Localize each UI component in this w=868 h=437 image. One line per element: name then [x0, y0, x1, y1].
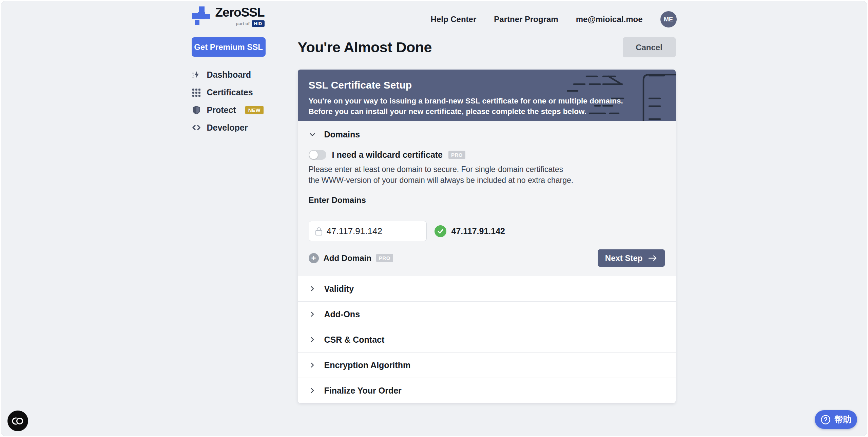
- sidebar-item-developer[interactable]: Developer: [192, 119, 266, 136]
- lock-icon: [315, 227, 323, 236]
- co-extension-button[interactable]: [7, 411, 28, 431]
- add-domain-label: Add Domain: [324, 253, 371, 263]
- section-add-ons[interactable]: Add-Ons: [298, 301, 676, 327]
- domains-description-line1: Please enter at least one domain to secu…: [309, 164, 665, 175]
- zerossl-logo-icon: [192, 6, 211, 26]
- shield-icon: [192, 105, 201, 115]
- sidebar-item-label: Dashboard: [207, 70, 251, 80]
- lightning-icon: [192, 70, 201, 79]
- section-validity[interactable]: Validity: [298, 276, 676, 301]
- panel-subtitle-line1: You're on your way to issuing a brand-ne…: [309, 96, 665, 106]
- next-step-label: Next Step: [605, 253, 643, 263]
- top-nav: Help Center Partner Program me@mioical.m…: [431, 11, 677, 27]
- sidebar-item-protect[interactable]: Protect NEW: [192, 101, 266, 119]
- chevron-right-icon: [309, 387, 316, 394]
- hid-badge: HID: [252, 20, 265, 27]
- domain-input[interactable]: [309, 221, 427, 241]
- next-step-button[interactable]: Next Step: [598, 249, 665, 267]
- nav-partner-program[interactable]: Partner Program: [494, 15, 558, 24]
- panel-header: SSL Certificate Setup You're on your way…: [298, 70, 676, 121]
- chevron-right-icon: [309, 361, 316, 369]
- sidebar-item-label: Developer: [207, 123, 248, 133]
- sidebar: Get Premium SSL Dashboard: [192, 37, 266, 403]
- section-csr-contact[interactable]: CSR & Contact: [298, 327, 676, 352]
- brand-tagline: part of: [236, 21, 249, 26]
- divider: [309, 211, 665, 211]
- section-encryption-algorithm[interactable]: Encryption Algorithm: [298, 352, 676, 378]
- chevron-right-icon: [309, 310, 316, 318]
- sidebar-item-dashboard[interactable]: Dashboard: [192, 66, 266, 83]
- section-finalize-order[interactable]: Finalize Your Order: [298, 378, 676, 403]
- grid-icon: [192, 88, 201, 97]
- zerossl-logo[interactable]: ZeroSSL part of HID: [192, 5, 265, 27]
- main-content: You're Almost Done Cancel SSL Certificat…: [298, 37, 676, 403]
- co-toggle-icon: [12, 417, 24, 425]
- panel-subtitle-line2: Before you can install your new certific…: [309, 106, 665, 117]
- arrow-right-icon: [648, 255, 657, 262]
- panel-title: SSL Certificate Setup: [309, 79, 665, 91]
- avatar[interactable]: ME: [660, 11, 677, 27]
- question-mark-icon: [821, 415, 831, 425]
- sidebar-item-label: Protect: [207, 105, 236, 115]
- cancel-button[interactable]: Cancel: [623, 37, 676, 57]
- nav-account-email[interactable]: me@mioical.moe: [576, 15, 643, 24]
- top-bar: ZeroSSL part of HID Help Center Partner …: [192, 1, 677, 34]
- pro-badge: PRO: [448, 151, 465, 159]
- domains-title: Domains: [324, 130, 360, 139]
- add-domain-button[interactable]: + Add Domain PRO: [309, 253, 393, 263]
- brand-name: ZeroSSL: [215, 5, 265, 20]
- wildcard-toggle[interactable]: [309, 150, 326, 160]
- pro-badge: PRO: [376, 254, 393, 262]
- domains-section-header[interactable]: Domains: [309, 130, 665, 139]
- sidebar-item-certificates[interactable]: Certificates: [192, 83, 266, 101]
- check-icon: [435, 225, 446, 237]
- domains-description-line2: the WWW-version of your domain will alwa…: [309, 175, 665, 186]
- wildcard-toggle-label: I need a wildcard certificate: [332, 150, 443, 160]
- app-window: ZeroSSL part of HID Help Center Partner …: [1, 1, 867, 436]
- new-badge: NEW: [245, 106, 264, 114]
- get-premium-ssl-button[interactable]: Get Premium SSL: [192, 37, 266, 57]
- nav-help-center[interactable]: Help Center: [431, 15, 477, 24]
- chevron-right-icon: [309, 285, 316, 292]
- code-icon: [192, 123, 201, 132]
- help-button[interactable]: 帮助: [815, 410, 857, 429]
- ssl-setup-panel: SSL Certificate Setup You're on your way…: [298, 70, 676, 403]
- page-title: You're Almost Done: [298, 39, 432, 56]
- enter-domains-label: Enter Domains: [309, 195, 665, 205]
- domains-section: Domains I need a wildcard certificate PR…: [298, 121, 676, 276]
- validated-domain: 47.117.91.142: [451, 226, 505, 236]
- plus-icon: +: [309, 253, 319, 263]
- help-label: 帮助: [834, 414, 851, 425]
- chevron-right-icon: [309, 336, 316, 343]
- chevron-down-icon: [309, 131, 316, 138]
- sidebar-item-label: Certificates: [207, 88, 253, 97]
